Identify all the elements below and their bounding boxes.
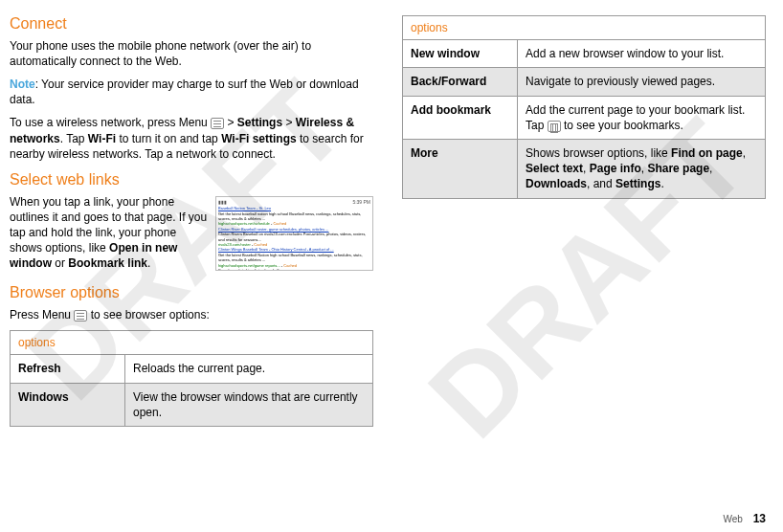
option-desc: Navigate to previously viewed pages.: [518, 68, 766, 96]
options-header: options: [11, 331, 373, 355]
text: To use a wireless network, press Menu: [10, 116, 211, 129]
heading-browser-options: Browser options: [10, 282, 373, 303]
options-header: options: [403, 16, 766, 40]
table-row: Windows View the browser windows that ar…: [11, 383, 373, 426]
time-label: 5:39 PM: [352, 199, 370, 206]
search-results-illustration: ▮▮▮5:39 PM Baseball Nation Team - St. Le…: [215, 196, 373, 271]
text: to see your bookmarks.: [561, 119, 683, 132]
page-info-label: Page info: [590, 162, 641, 175]
section-name: Web: [723, 514, 742, 524]
option-label: Refresh: [11, 355, 125, 383]
text: >: [224, 116, 237, 129]
result-snippet: Get the latest baseball nation high scho…: [218, 211, 361, 221]
option-desc: Reloads the current page.: [125, 355, 373, 383]
result-url: rivals23.com/roster: [218, 242, 251, 247]
option-label: Back/Forward: [403, 68, 518, 96]
left-column: Connect Your phone uses the mobile phone…: [10, 10, 373, 427]
table-row: Add bookmark Add the current page to you…: [403, 96, 766, 139]
bookmark-link-label: Bookmark link: [68, 256, 147, 270]
text: . Tap: [60, 132, 88, 145]
find-on-page-label: Find on page: [671, 146, 743, 160]
page-footer: Web 13: [723, 511, 766, 526]
select-text-label: Select text: [526, 162, 583, 175]
wifi-settings-label: Wi-Fi settings: [221, 132, 297, 145]
table-row: Back/Forward Navigate to previously view…: [403, 68, 766, 96]
table-row: Refresh Reloads the current page.: [11, 355, 373, 383]
text: ,: [583, 162, 590, 175]
option-label: Add bookmark: [403, 96, 518, 139]
heading-select-links: Select web links: [10, 169, 373, 190]
cached-link: Cached: [273, 221, 286, 226]
wireless-paragraph: To use a wireless network, press Menu > …: [10, 115, 373, 162]
result-snippet: Clinton Rivers Baseball on rivals23.com …: [218, 232, 366, 241]
option-label: Windows: [11, 383, 125, 426]
related-searches: Searches related to clinton baseball: [218, 268, 279, 271]
downloads-label: Downloads: [526, 177, 587, 190]
heading-connect: Connect: [10, 13, 373, 34]
option-label: New window: [403, 40, 518, 68]
menu-icon: [74, 310, 87, 321]
cached-link: Cached: [283, 263, 297, 268]
settings-label: Settings: [615, 177, 660, 190]
note-paragraph: Note: Your service provider may charge t…: [10, 77, 373, 107]
text: >: [282, 116, 296, 129]
text: Press Menu: [10, 308, 74, 321]
text: to see browser options:: [87, 308, 209, 321]
text: .: [147, 256, 150, 270]
signal-icon: ▮▮▮: [218, 199, 227, 206]
table-row: More Shows browser options, like Find on…: [403, 139, 766, 198]
option-desc: Shows browser options, like Find on page…: [518, 139, 766, 198]
table-row: New window Add a new browser window to y…: [403, 40, 766, 68]
option-desc: Add a new browser window to your list.: [518, 40, 766, 68]
text: to turn it on and tap: [116, 132, 221, 145]
note-text: : Your service provider may charge to su…: [10, 78, 359, 106]
text: , and: [587, 177, 615, 190]
text: or: [52, 256, 68, 270]
settings-label: Settings: [237, 116, 282, 129]
right-column: options New window Add a new browser win…: [402, 10, 766, 427]
text: .: [660, 177, 663, 190]
share-page-label: Share page: [647, 162, 709, 175]
result-url: highschoolsports.net/schedule: [218, 221, 270, 226]
note-label: Note: [10, 78, 35, 91]
text: ,: [709, 162, 712, 175]
option-label: More: [403, 139, 518, 198]
connect-paragraph: Your phone uses the mobile phone network…: [10, 38, 373, 69]
menu-icon: [211, 118, 224, 129]
bookmark-icon: [548, 121, 561, 132]
option-desc: View the browser windows that are curren…: [125, 383, 373, 426]
text: Shows browser options, like: [526, 146, 671, 160]
result-snippet: Get the latest Baseball Nation high scho…: [218, 253, 363, 262]
result-url: highschoolsports.net/game reports...: [218, 263, 280, 268]
browser-options-intro: Press Menu to see browser options:: [10, 307, 373, 322]
text: ,: [743, 146, 746, 160]
option-desc: Add the current page to your bookmark li…: [518, 96, 766, 139]
page-number: 13: [753, 512, 766, 525]
wifi-label: Wi-Fi: [88, 132, 116, 145]
options-table-right: options New window Add a new browser win…: [402, 15, 766, 199]
options-table-left: options Refresh Reloads the current page…: [10, 330, 373, 427]
cached-link: Cached: [254, 242, 267, 247]
